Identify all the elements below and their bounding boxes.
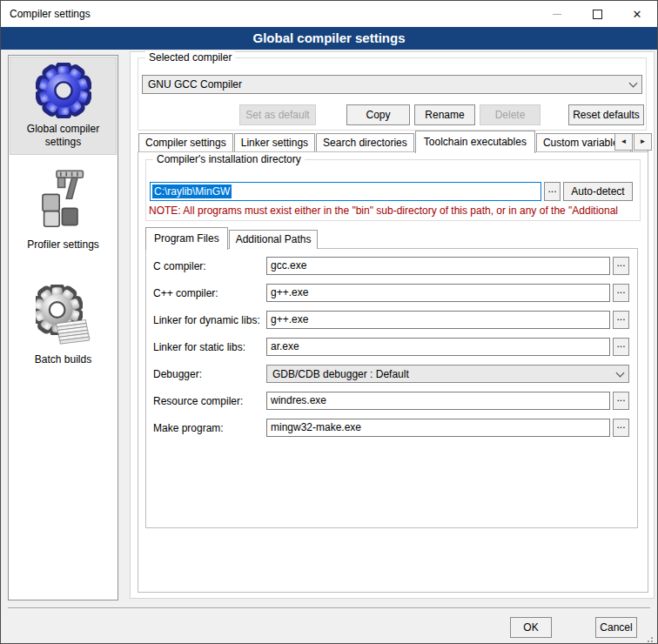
browse-make-program-button[interactable]: ... <box>613 419 629 437</box>
settings-category-list: Global compiler settings <box>8 55 118 600</box>
installation-directory-input[interactable]: C:\raylib\MinGW <box>150 182 541 201</box>
field-label: Linker for static libs: <box>153 341 266 353</box>
debugger-dropdown[interactable]: GDB/CDB debugger : Default <box>266 365 629 383</box>
subtab-program-files[interactable]: Program Files <box>145 227 228 250</box>
set-as-default-button[interactable]: Set as default <box>239 104 316 125</box>
browse-c-compiler-button[interactable]: ... <box>613 257 629 275</box>
toolchain-executables-page: Compiler's installation directory C:\ray… <box>138 151 648 593</box>
browse-directory-button[interactable]: ... <box>544 182 561 201</box>
ok-button[interactable]: OK <box>510 617 552 638</box>
debugger-value: GDB/CDB debugger : Default <box>272 368 409 380</box>
selected-compiler-value: GNU GCC Compiler <box>148 78 242 91</box>
minimize-icon <box>553 14 561 15</box>
group-label: Selected compiler <box>145 51 235 64</box>
cancel-button[interactable]: Cancel <box>595 617 637 638</box>
field-label: C compiler: <box>153 260 266 272</box>
tab-scroll-left-button[interactable]: ◄ <box>614 133 633 151</box>
make-program-row: Make program: mingw32-make.exe ... <box>153 419 629 437</box>
rename-button[interactable]: Rename <box>414 104 475 125</box>
note-text: NOTE: All programs must exist either in … <box>149 205 639 217</box>
static-linker-row: Linker for static libs: ar.exe ... <box>153 338 629 356</box>
maximize-button[interactable] <box>577 1 617 27</box>
cpp-compiler-row: C++ compiler: g++.exe ... <box>153 284 629 302</box>
subtab-additional-paths[interactable]: Additional Paths <box>229 230 319 249</box>
tab-search-directories[interactable]: Search directories <box>316 133 414 152</box>
make-program-input[interactable]: mingw32-make.exe <box>266 419 610 437</box>
installation-directory-group: Compiler's installation directory C:\ray… <box>145 159 641 221</box>
compiler-settings-dialog: Compiler settings ✕ Global compiler sett… <box>0 0 658 644</box>
settings-tabbar: Compiler settings Linker settings Search… <box>138 131 649 152</box>
field-label: C++ compiler: <box>153 287 266 299</box>
debugger-row: Debugger: GDB/CDB debugger : Default <box>153 365 629 383</box>
page-title: Global compiler settings <box>1 27 657 50</box>
dynamic-linker-row: Linker for dynamic libs: g++.exe ... <box>153 311 629 329</box>
caption-buttons: ✕ <box>537 1 657 27</box>
profiler-icon <box>12 168 114 237</box>
browse-cpp-compiler-button[interactable]: ... <box>613 284 629 302</box>
cpp-compiler-input[interactable]: g++.exe <box>266 284 610 302</box>
copy-button[interactable]: Copy <box>346 104 410 125</box>
field-label: Debugger: <box>153 368 266 380</box>
selected-compiler-dropdown[interactable]: GNU GCC Compiler <box>142 75 642 94</box>
resize-grip[interactable] <box>651 637 653 639</box>
tab-compiler-settings[interactable]: Compiler settings <box>138 133 233 152</box>
resource-compiler-row: Resource compiler: windres.exe ... <box>153 392 629 410</box>
tab-scroll-buttons: ◄ ► <box>614 133 652 151</box>
field-label: Linker for dynamic libs: <box>153 314 266 326</box>
sidebar-item-label: Profiler settings <box>12 238 114 252</box>
batch-builds-icon <box>12 283 114 352</box>
sidebar-item-label: Batch builds <box>12 353 114 366</box>
global-compiler-settings-panel: Selected compiler GNU GCC Compiler Set a… <box>130 51 655 599</box>
delete-button[interactable]: Delete <box>480 104 540 125</box>
browse-resource-compiler-button[interactable]: ... <box>613 392 629 410</box>
field-label: Resource compiler: <box>153 395 266 407</box>
close-icon: ✕ <box>633 9 642 20</box>
selected-compiler-group: Selected compiler GNU GCC Compiler Set a… <box>138 57 647 131</box>
c-compiler-row: C compiler: gcc.exe ... <box>153 257 629 275</box>
window-title: Compiler settings <box>10 8 91 20</box>
sidebar-item-label: Global compiler settings <box>12 123 114 149</box>
chevron-down-icon <box>629 79 638 88</box>
sidebar-item-profiler-settings[interactable]: Profiler settings <box>10 163 116 257</box>
reset-defaults-button[interactable]: Reset defaults <box>568 104 644 125</box>
group-label: Compiler's installation directory <box>153 153 305 165</box>
blue-gear-icon <box>12 63 114 121</box>
close-button[interactable]: ✕ <box>617 1 657 27</box>
installation-directory-row: C:\raylib\MinGW ... Auto-detect <box>150 182 633 201</box>
sidebar-item-global-compiler-settings[interactable]: Global compiler settings <box>10 57 116 154</box>
titlebar[interactable]: Compiler settings ✕ <box>1 1 657 27</box>
field-label: Make program: <box>153 422 266 434</box>
program-files-page: C compiler: gcc.exe ... C++ compiler: g+… <box>145 248 638 528</box>
toolchain-subtabbar: Program Files Additional Paths <box>145 226 319 249</box>
resource-compiler-input[interactable]: windres.exe <box>266 392 610 410</box>
tab-toolchain-executables[interactable]: Toolchain executables <box>415 131 535 153</box>
dynamic-linker-input[interactable]: g++.exe <box>266 311 610 329</box>
minimize-button[interactable] <box>537 1 577 27</box>
tab-scroll-right-button[interactable]: ► <box>634 133 652 151</box>
footer-divider <box>8 607 650 609</box>
auto-detect-button[interactable]: Auto-detect <box>563 182 633 201</box>
sidebar-item-batch-builds[interactable]: Batch builds <box>10 278 116 372</box>
maximize-icon <box>593 10 602 19</box>
browse-dynamic-linker-button[interactable]: ... <box>613 311 629 329</box>
c-compiler-input[interactable]: gcc.exe <box>266 257 610 275</box>
tab-linker-settings[interactable]: Linker settings <box>234 133 315 152</box>
browse-static-linker-button[interactable]: ... <box>613 338 629 356</box>
static-linker-input[interactable]: ar.exe <box>266 338 610 356</box>
selected-text: C:\raylib\MinGW <box>152 184 232 198</box>
chevron-down-icon <box>616 368 625 377</box>
